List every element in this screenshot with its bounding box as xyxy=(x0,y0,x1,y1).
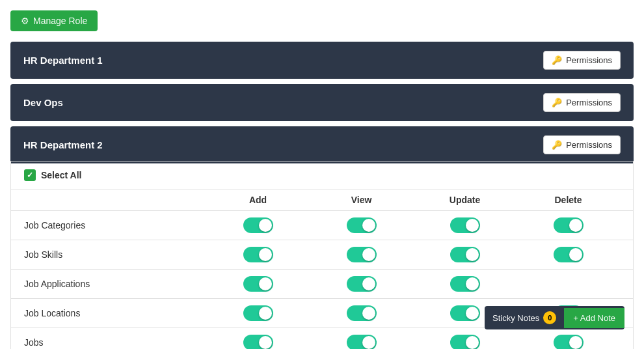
toggle-update-cell xyxy=(413,217,517,233)
add-note-button[interactable]: + Add Note xyxy=(564,308,624,328)
row-name: Job Skills xyxy=(24,249,206,260)
select-all-label: Select All xyxy=(41,170,82,180)
toggle-update-cell xyxy=(413,247,517,262)
toggle-delete[interactable] xyxy=(554,335,584,349)
sticky-notes-text: Sticky Notes xyxy=(492,313,539,323)
devops-title: Dev Ops xyxy=(23,97,63,108)
toggle-add-cell xyxy=(206,335,310,349)
toggle-delete-cell xyxy=(517,247,620,262)
gear-icon: ⚙ xyxy=(21,16,29,26)
hr2-permissions-button[interactable]: 🔑 Permissions xyxy=(543,135,621,154)
toggle-add-cell xyxy=(206,276,310,292)
toggle-view[interactable] xyxy=(347,276,377,292)
toggle-add[interactable] xyxy=(243,247,273,262)
hr2-title: HR Department 2 xyxy=(23,139,103,150)
toggle-view-cell xyxy=(310,247,413,262)
toggle-add[interactable] xyxy=(243,276,273,292)
row-name: Job Applications xyxy=(24,279,206,289)
table-header: Add View Update Delete xyxy=(11,189,633,211)
col-add-header: Add xyxy=(206,195,310,205)
row-name: Job Categories xyxy=(24,220,206,230)
main-container: ⚙ Manage Role HR Department 1 🔑 Permissi… xyxy=(0,0,644,349)
devops-permissions-button[interactable]: 🔑 Permissions xyxy=(543,93,621,112)
toggle-delete-cell xyxy=(517,335,620,349)
toggle-update[interactable] xyxy=(450,276,480,292)
toggle-add-cell xyxy=(206,305,310,321)
toggle-view[interactable] xyxy=(347,217,377,233)
toggle-view-cell xyxy=(310,305,413,321)
sticky-notes-bar: Sticky Notes 0 + Add Note xyxy=(485,306,624,329)
table-row: Job Applications xyxy=(11,270,633,299)
toggle-view-cell xyxy=(310,276,413,292)
key-icon: 🔑 xyxy=(552,98,562,107)
hr2-header: HR Department 2 🔑 Permissions xyxy=(10,126,634,163)
col-delete-header: Delete xyxy=(517,195,620,205)
add-note-label: + Add Note xyxy=(573,313,615,323)
col-update-header: Update xyxy=(413,195,517,205)
toggle-update[interactable] xyxy=(450,247,480,262)
hr2-permissions-label: Permissions xyxy=(566,140,612,150)
hr1-permissions-label: Permissions xyxy=(566,55,612,65)
toggle-update[interactable] xyxy=(450,305,480,321)
toggle-view-cell xyxy=(310,217,413,233)
manage-role-label: Manage Role xyxy=(33,16,87,26)
toggle-view[interactable] xyxy=(347,305,377,321)
key-icon: 🔑 xyxy=(552,55,562,65)
hr1-title: HR Department 1 xyxy=(23,55,103,66)
col-name-header xyxy=(24,195,206,205)
table-row: Job Categories xyxy=(11,211,633,240)
toggle-add-cell xyxy=(206,247,310,262)
toggle-delete[interactable] xyxy=(554,217,584,233)
toggle-add[interactable] xyxy=(243,217,273,233)
devops-permissions-label: Permissions xyxy=(566,98,612,107)
toggle-add[interactable] xyxy=(243,335,273,349)
row-name: Jobs xyxy=(24,337,206,348)
toggle-delete[interactable] xyxy=(554,247,584,262)
row-name: Job Locations xyxy=(24,308,206,318)
toggle-view-cell xyxy=(310,335,413,349)
hr1-permissions-button[interactable]: 🔑 Permissions xyxy=(543,51,621,70)
select-all-checkbox[interactable] xyxy=(24,169,36,181)
sticky-notes-count: 0 xyxy=(543,311,556,324)
key-icon: 🔑 xyxy=(552,140,562,150)
toggle-add[interactable] xyxy=(243,305,273,321)
toggle-update[interactable] xyxy=(450,217,480,233)
toggle-add-cell xyxy=(206,217,310,233)
sticky-notes-label-area: Sticky Notes 0 xyxy=(485,306,564,329)
hr1-header: HR Department 1 🔑 Permissions xyxy=(10,42,634,79)
devops-header: Dev Ops 🔑 Permissions xyxy=(10,84,634,121)
toggle-update-cell xyxy=(413,276,517,292)
select-all-row: Select All xyxy=(11,161,633,189)
col-view-header: View xyxy=(310,195,413,205)
manage-role-button[interactable]: ⚙ Manage Role xyxy=(10,10,98,31)
toggle-view[interactable] xyxy=(347,247,377,262)
table-row: Job Skills xyxy=(11,240,633,270)
table-row: Jobs xyxy=(11,328,633,349)
toggle-view[interactable] xyxy=(347,335,377,349)
toggle-update[interactable] xyxy=(450,335,480,349)
toggle-delete-cell xyxy=(517,217,620,233)
toggle-update-cell xyxy=(413,335,517,349)
